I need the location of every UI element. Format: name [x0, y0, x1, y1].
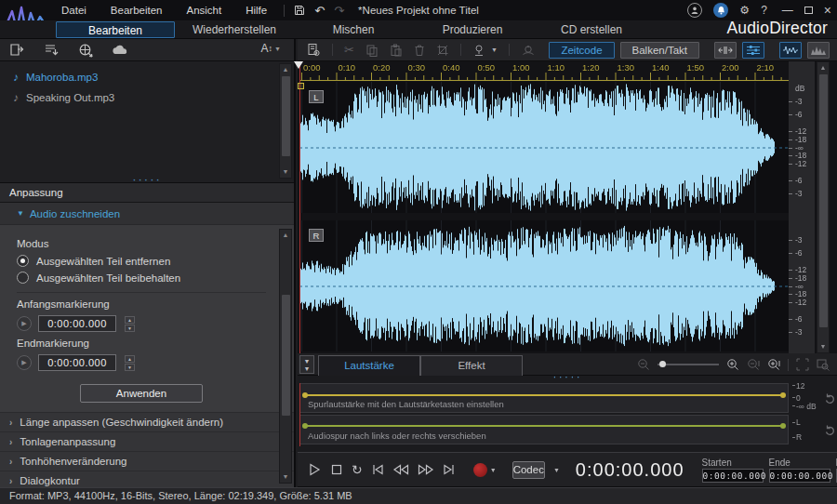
tab-volume[interactable]: Lautstärke [318, 355, 420, 376]
radio-icon[interactable] [17, 272, 29, 284]
volume-envelope-line[interactable] [304, 394, 784, 396]
sort-control[interactable]: A ↕ ▼ [261, 42, 281, 55]
zoom-out-horizontal-icon[interactable] [637, 358, 650, 371]
add-marker-icon[interactable] [472, 44, 485, 57]
zoom-slider[interactable] [658, 364, 719, 365]
import-file-icon[interactable] [9, 43, 25, 57]
record-button[interactable] [473, 463, 487, 477]
scroll-up-icon[interactable]: ▲ [280, 64, 291, 75]
scroll-up-icon[interactable]: ▲ [280, 230, 291, 241]
scrollbar-thumb[interactable] [282, 295, 290, 416]
file-row[interactable]: ♪Speaking Out.mp3 [0, 87, 294, 108]
envelope-point[interactable] [302, 423, 308, 429]
go-to-end-button[interactable] [443, 460, 456, 479]
copy-icon[interactable] [365, 44, 379, 57]
channel-right-badge[interactable]: R [309, 229, 324, 242]
step-up-icon[interactable]: ▲ [125, 316, 135, 324]
cut-icon[interactable]: ✂ [344, 43, 354, 57]
section-row[interactable]: ›Tonlagenanpassung [0, 431, 294, 451]
zoom-in-horizontal-icon[interactable] [726, 358, 739, 371]
section-row[interactable]: ›Tonhöhenveränderung [0, 451, 294, 471]
zoom-in-vertical-icon[interactable] [767, 358, 780, 371]
export-file-icon[interactable] [44, 43, 60, 57]
record-caret-icon[interactable]: ▼ [490, 467, 497, 473]
pan-envelope-lane[interactable]: Audiospur nach links oder rechts verschi… [299, 415, 789, 444]
field-value[interactable]: 0:00:00.000 [769, 469, 830, 483]
play-button[interactable] [307, 460, 322, 479]
pan-envelope-line[interactable] [304, 425, 784, 427]
tab-effect[interactable]: Effekt [420, 355, 523, 376]
user-account-icon[interactable] [687, 3, 702, 18]
menu-bearbeiten[interactable]: Bearbeiten [100, 3, 174, 18]
step-down-icon[interactable]: ▼ [125, 364, 135, 371]
help-icon[interactable]: ? [761, 5, 767, 16]
rewind-button[interactable] [392, 460, 409, 479]
undo-icon[interactable]: ↶ [314, 5, 325, 17]
delete-icon[interactable] [414, 44, 425, 57]
fast-forward-button[interactable] [418, 460, 434, 479]
zoom-out-vertical-icon[interactable] [747, 358, 760, 371]
convert-profile-icon[interactable] [307, 43, 321, 57]
scroll-up-icon[interactable]: ▲ [817, 62, 829, 73]
tab-bearbeiten[interactable]: Bearbeiten [56, 21, 175, 38]
tab-produzieren[interactable]: Produzieren [413, 21, 532, 38]
file-row[interactable]: ♪Mahoroba.mp3 [0, 67, 294, 87]
menu-datei[interactable]: Datei [50, 3, 98, 18]
panel-resize-handle[interactable]: ····· [552, 374, 582, 379]
trim-icon[interactable] [436, 44, 449, 57]
horizontal-divider[interactable]: ····· [298, 376, 837, 383]
voice-tool-icon[interactable] [521, 44, 536, 57]
field-value[interactable]: 0:00:00.000 [702, 469, 764, 483]
radio-option-0[interactable]: Ausgewählten Teil entfernen [17, 255, 266, 267]
radio-option-1[interactable]: Ausgewählten Teil beibehalten [17, 272, 266, 284]
section-row[interactable]: ›Länge anpassen (Geschwindigkeit ändern) [0, 412, 294, 431]
tab-cd-erstellen[interactable]: CD erstellen [532, 21, 651, 38]
waveform-scrollbar[interactable]: ▲ ▼ [817, 61, 830, 353]
playhead[interactable] [299, 61, 300, 353]
go-to-start-button[interactable] [371, 460, 384, 479]
scroll-down-icon[interactable]: ▼ [280, 471, 291, 483]
reset-pan-envelope-icon[interactable] [824, 415, 837, 444]
radio-icon[interactable] [17, 255, 29, 267]
section-trim-audio[interactable]: ▼ Audio zuschneiden [0, 203, 294, 225]
start-marker-input[interactable]: 0:00:00.000 [38, 315, 116, 332]
adjust-scrollbar[interactable]: ▲ ▼ [279, 229, 292, 484]
view-bars-beats-button[interactable]: Balken/Takt [620, 42, 699, 59]
download-from-web-icon[interactable] [78, 43, 93, 58]
scroll-down-icon[interactable]: ▼ [280, 166, 291, 178]
reset-volume-envelope-icon[interactable] [824, 383, 837, 413]
waveform-workspace[interactable]: 0:000:100:200:300:400:501:001:101:201:30… [298, 61, 837, 353]
volume-envelope-lane[interactable]: Spurlautstärke mit den Lautstärketasten … [299, 383, 789, 413]
envelope-point[interactable] [780, 423, 786, 429]
collapse-track-panel-button[interactable]: ▼▼ [299, 355, 314, 374]
tab-mischen[interactable]: Mischen [294, 21, 413, 38]
minimize-button[interactable]: — [782, 5, 793, 16]
paste-icon[interactable] [390, 44, 403, 57]
menu-hilfe[interactable]: Hilfe [234, 3, 278, 18]
loop-button[interactable]: ↻ [352, 460, 363, 479]
save-icon[interactable] [294, 5, 305, 16]
maximize-button[interactable] [804, 7, 813, 14]
end-marker-input[interactable]: 0:00:00.000 [38, 354, 116, 371]
apply-button[interactable]: Anwenden [80, 384, 203, 403]
loop-in-marker[interactable] [298, 83, 304, 89]
redo-icon[interactable]: ↷ [334, 5, 344, 17]
view-timecode-button[interactable]: Zeitcode [549, 42, 614, 59]
cloud-icon[interactable] [112, 44, 129, 56]
spectral-view-icon[interactable] [807, 42, 830, 59]
channel-left-badge[interactable]: L [309, 90, 324, 103]
scrollbar-thumb[interactable] [282, 76, 290, 156]
notifications-icon[interactable] [713, 3, 728, 18]
timeline-ruler[interactable]: 0:000:100:200:300:400:501:001:101:201:30… [299, 61, 789, 82]
end-marker-stepper[interactable]: ▲▼ [125, 355, 135, 371]
envelope-point[interactable] [302, 392, 308, 398]
marker-caret-icon[interactable]: ▼ [491, 46, 498, 53]
mixer-panel-icon[interactable] [742, 42, 764, 59]
zoom-slider-knob[interactable] [659, 361, 666, 367]
library-scrollbar[interactable]: ▲ ▼ [279, 63, 292, 179]
scroll-down-icon[interactable]: ▼ [817, 341, 829, 352]
section-row[interactable]: ›Dialogkontur [0, 471, 294, 487]
codec-caret-icon[interactable]: ▼ [553, 467, 560, 473]
stretch-tool-icon[interactable] [714, 42, 737, 59]
waveform-channel-right[interactable]: R [299, 220, 789, 351]
